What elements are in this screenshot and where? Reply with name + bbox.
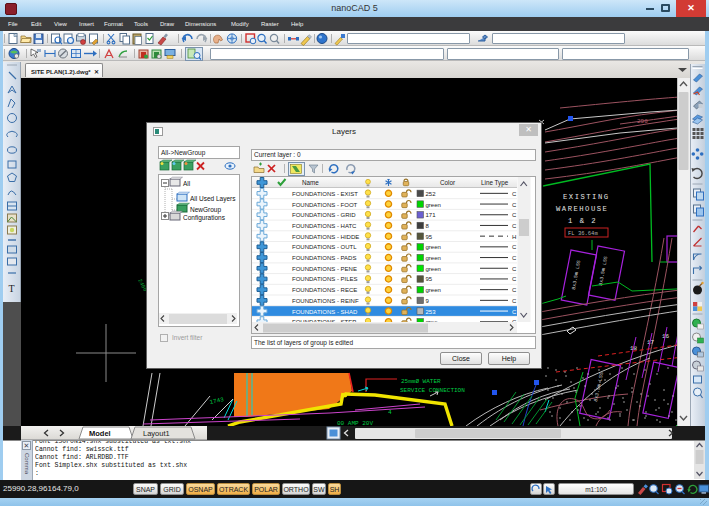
svg-text:C: C — [512, 266, 517, 272]
svg-text:C: C — [512, 319, 517, 322]
svg-text:C: C — [512, 298, 517, 304]
svg-text:C: C — [512, 223, 517, 229]
svg-text:T: T — [9, 283, 15, 294]
svg-text:green: green — [426, 287, 441, 293]
svg-text:H: H — [512, 234, 516, 240]
svg-text:WAREHOUSE: WAREHOUSE — [556, 205, 608, 213]
svg-text:FOUNDATIONS - PENE: FOUNDATIONS - PENE — [292, 266, 357, 272]
svg-text:green: green — [426, 244, 441, 250]
svg-text:FOUNDATIONS - SHAD: FOUNDATIONS - SHAD — [292, 309, 358, 315]
svg-text:NewGroup: NewGroup — [190, 206, 221, 214]
svg-text:1 & 2: 1 & 2 — [568, 217, 597, 225]
svg-text:4: 4 — [388, 409, 392, 416]
svg-text:FOUNDATIONS - HIDDE: FOUNDATIONS - HIDDE — [292, 234, 359, 240]
svg-text:9: 9 — [426, 298, 430, 304]
svg-text:C: C — [512, 309, 517, 315]
svg-text:FOUNDATIONS - REINF: FOUNDATIONS - REINF — [292, 298, 359, 304]
svg-text:8x3.5m LSS: 8x3.5m LSS — [571, 260, 582, 291]
svg-text:C: C — [512, 244, 517, 250]
svg-text:green: green — [426, 266, 441, 272]
svg-text:95: 95 — [426, 276, 433, 282]
svg-text:gree: gree — [426, 319, 439, 322]
svg-text:green: green — [426, 255, 441, 261]
svg-text:C: C — [512, 202, 517, 208]
svg-text:25mmØ WATER: 25mmØ WATER — [401, 378, 441, 385]
svg-text:FOUNDATIONS - STEP: FOUNDATIONS - STEP — [292, 319, 356, 322]
svg-text:C: C — [512, 287, 517, 293]
svg-text:252: 252 — [426, 191, 437, 197]
svg-text:C: C — [512, 276, 517, 282]
svg-text:All: All — [183, 180, 191, 187]
svg-text:253: 253 — [426, 309, 437, 315]
svg-text:8: 8 — [426, 223, 430, 229]
svg-text:FOUNDATIONS - FOOT: FOUNDATIONS - FOOT — [292, 202, 358, 208]
svg-text:All Used Layers: All Used Layers — [190, 195, 236, 203]
svg-text:1743: 1743 — [209, 396, 225, 406]
svg-text:C: C — [512, 191, 517, 197]
svg-text:C: C — [512, 255, 517, 261]
svg-text:FOUNDATIONS - GRID: FOUNDATIONS - GRID — [292, 212, 356, 218]
svg-text:Layout1: Layout1 — [143, 429, 170, 438]
svg-text:FOUNDATIONS - HATC: FOUNDATIONS - HATC — [292, 223, 357, 229]
svg-text:171: 171 — [426, 212, 437, 218]
svg-text:FOUNDATIONS - OUTL: FOUNDATIONS - OUTL — [292, 244, 357, 250]
svg-text:EXISTING: EXISTING — [563, 193, 610, 201]
svg-text:FOUNDATIONS - EXIST: FOUNDATIONS - EXIST — [292, 191, 358, 197]
svg-text:FOUNDATIONS - RECE: FOUNDATIONS - RECE — [292, 287, 357, 293]
svg-text:green: green — [426, 202, 441, 208]
svg-text:Model: Model — [89, 429, 111, 438]
svg-text:FOUNDATIONS - PADS: FOUNDATIONS - PADS — [292, 255, 356, 261]
svg-text:Configurations: Configurations — [183, 214, 226, 222]
svg-text:95: 95 — [426, 234, 433, 240]
svg-text:C: C — [512, 212, 517, 218]
svg-text:290: 290 — [637, 118, 648, 125]
svg-text:8x3.5m LSS: 8x3.5m LSS — [593, 372, 605, 403]
svg-text:8x3.5m LSS: 8x3.5m LSS — [598, 256, 609, 287]
svg-text:FOUNDATIONS - PILES: FOUNDATIONS - PILES — [292, 276, 358, 282]
svg-text:SERVICE CONNECTION: SERVICE CONNECTION — [400, 387, 465, 394]
svg-text:FL 36.64m: FL 36.64m — [568, 230, 598, 237]
